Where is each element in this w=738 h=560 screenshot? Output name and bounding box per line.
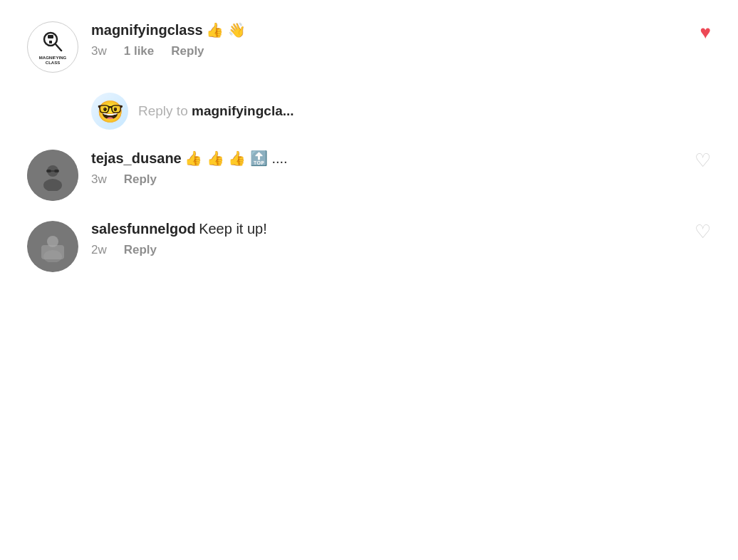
comment-likes: 1 like — [124, 44, 155, 58]
comment-body: salesfunnelgod Keep it up! 2w Reply — [91, 221, 695, 257]
avatar[interactable] — [27, 150, 78, 201]
comment-time: 3w — [91, 172, 107, 187]
reply-target-username: magnifyingcla... — [192, 103, 294, 118]
comment-item: tejas_dusane 👍 👍 👍 🔝 .... 3w Reply ♡ — [27, 150, 711, 201]
comment-meta: 2w Reply — [91, 243, 695, 257]
magnifying-glass-logo-icon — [40, 29, 66, 55]
svg-rect-7 — [54, 170, 59, 172]
comment-body: magnifyingclass 👍 👋 3w 1 like Reply — [91, 21, 700, 58]
reply-button[interactable]: Reply — [171, 44, 204, 58]
comment-text-line: magnifyingclass 👍 👋 — [91, 21, 700, 38]
avatar-label: MAGNIFYINGCLASS — [39, 56, 66, 65]
comment-text-line: salesfunnelgod Keep it up! — [91, 221, 695, 237]
comment-item: MAGNIFYINGCLASS magnifyingclass 👍 👋 3w 1… — [27, 21, 711, 73]
svg-rect-2 — [48, 35, 53, 38]
reply-button[interactable]: Reply — [124, 172, 157, 187]
like-button[interactable]: ♡ — [695, 150, 711, 172]
comment-username[interactable]: magnifyingclass — [91, 22, 203, 38]
comment-time: 2w — [91, 243, 107, 257]
comment-username[interactable]: salesfunnelgod — [91, 221, 196, 237]
comment-time: 3w — [91, 44, 107, 58]
person-icon — [37, 160, 68, 191]
comment-meta: 3w Reply — [91, 172, 695, 187]
avatar-image — [27, 221, 78, 272]
comment-emoji-text: 👍 👍 👍 🔝 .... — [184, 150, 287, 166]
comment-body: tejas_dusane 👍 👍 👍 🔝 .... 3w Reply — [91, 150, 695, 187]
comment-item: salesfunnelgod Keep it up! 2w Reply ♡ — [27, 221, 711, 272]
reply-prefix: Reply to — [138, 103, 192, 118]
comment-username[interactable]: tejas_dusane — [91, 150, 182, 166]
reply-input-placeholder[interactable]: Reply to magnifyingcla... — [138, 103, 711, 119]
comment-content-text: Keep it up! — [199, 221, 267, 237]
person-icon — [37, 231, 68, 262]
comment-meta: 3w 1 like Reply — [91, 44, 700, 58]
like-button[interactable]: ♡ — [695, 221, 711, 243]
reply-avatar: 🤓 — [91, 93, 128, 130]
comment-text-line: tejas_dusane 👍 👍 👍 🔝 .... — [91, 150, 695, 167]
reply-input-row: 🤓 Reply to magnifyingcla... — [91, 93, 711, 130]
svg-point-5 — [43, 179, 62, 191]
svg-rect-3 — [49, 41, 52, 43]
svg-rect-6 — [46, 170, 51, 172]
comments-section: MAGNIFYINGCLASS magnifyingclass 👍 👋 3w 1… — [27, 21, 711, 292]
comment-emoji-text: 👍 👋 — [206, 22, 246, 38]
avatar-image — [27, 150, 78, 201]
avatar[interactable] — [27, 221, 78, 272]
avatar[interactable]: MAGNIFYINGCLASS — [27, 21, 78, 73]
like-button[interactable]: ♥ — [700, 21, 711, 43]
svg-line-1 — [56, 44, 61, 51]
reply-button[interactable]: Reply — [124, 243, 157, 257]
svg-rect-11 — [41, 245, 64, 259]
